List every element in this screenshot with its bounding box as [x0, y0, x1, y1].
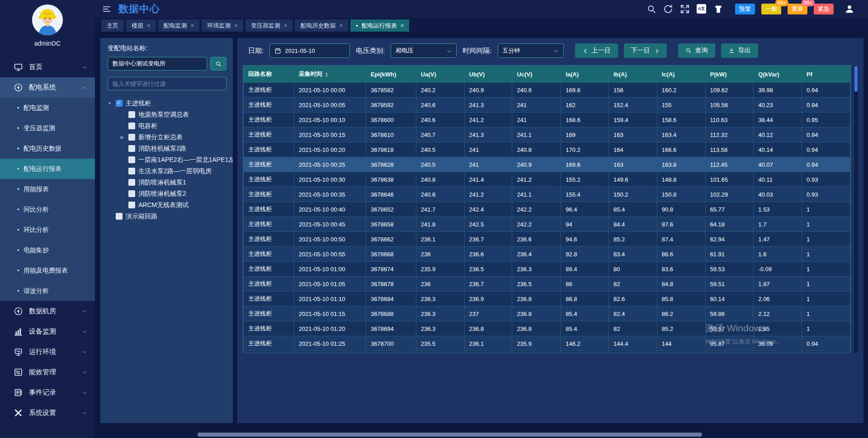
tree-checkbox[interactable] [128, 122, 135, 129]
avatar[interactable]: Acrel [32, 5, 63, 35]
tab-close-icon[interactable]: × [284, 23, 288, 28]
sort-caret-icon[interactable]: ▲▼ [325, 72, 328, 77]
next-day-button[interactable]: 下一日 [624, 43, 667, 58]
station-name-input[interactable] [108, 57, 207, 71]
table-row[interactable]: 主进线柜2021-05-10 00:503678662236.1236.7236… [244, 232, 850, 247]
table-row[interactable]: 主进线柜2021-05-10 01:053678678236236.7236.5… [244, 277, 850, 292]
tab-close-icon[interactable]: × [147, 23, 151, 28]
table-row[interactable]: 主进线柜2021-05-10 00:303678638240.8241.4241… [244, 172, 850, 187]
tree-filter-input[interactable] [108, 77, 226, 90]
table-row[interactable]: 主进线柜2021-05-10 00:153678610240.7241.3241… [244, 127, 850, 142]
table-row[interactable]: 主进线柜2021-05-10 00:353678646240.6241.2241… [244, 187, 850, 202]
tab-配电运行报表[interactable]: ●配电运行报表× [350, 19, 409, 32]
tree-node-新增分立柜总表[interactable]: ▶新增分立柜总表 [100, 132, 233, 143]
caret-down-icon[interactable]: ▼ [107, 101, 113, 106]
table-row[interactable]: 主进线柜2021-05-10 01:203678694236.3236.8236… [244, 321, 850, 336]
tree-node-ARCM无线表测试[interactable]: ARCM无线表测试 [100, 199, 233, 211]
theme-icon[interactable] [713, 4, 723, 14]
voltage-type-select[interactable]: 相电压 [391, 43, 457, 58]
tab-close-icon[interactable]: × [234, 23, 238, 28]
sidebar-item-用能报表[interactable]: 用能报表 [0, 179, 95, 199]
collapse-menu-icon[interactable] [102, 5, 111, 14]
tree-node-演示箱回路[interactable]: 演示箱回路 [100, 211, 233, 222]
tab-变压器监测[interactable]: 变压器监测× [245, 19, 293, 32]
sidebar-item-首页[interactable]: 首页 [0, 57, 95, 77]
alarm-button-一般[interactable]: 一般99+ [761, 4, 781, 14]
tree-checkbox[interactable] [128, 134, 135, 141]
sidebar-item-事件记录[interactable]: 事件记录 [0, 382, 95, 403]
sidebar-item-系统设置[interactable]: 系统设置 [0, 403, 95, 423]
user-icon[interactable] [844, 4, 854, 14]
translate-icon[interactable]: A文 [697, 4, 707, 14]
table-row[interactable]: 主进线柜2021-05-10 01:003678674235.9236.5236… [244, 262, 850, 277]
fullscreen-icon[interactable] [680, 4, 690, 14]
tree-checkbox[interactable] [116, 100, 123, 107]
horizontal-scrollbar-thumb[interactable] [198, 433, 702, 437]
interval-select[interactable]: 五分钟 [498, 43, 564, 58]
tab-close-icon[interactable]: × [339, 23, 343, 28]
table-row[interactable]: 主进线柜2021-05-10 00:453678658241.8242.5242… [244, 217, 850, 232]
tree-node-生活水泵2路—一层弱电房[interactable]: 生活水泵2路—一层弱电房 [100, 165, 233, 177]
table-row[interactable]: 主进线柜2021-05-10 00:403678652241.7242.4242… [244, 202, 850, 217]
search-icon[interactable] [646, 4, 656, 14]
table-row[interactable]: 主进线柜2021-05-10 00:203678618240.5241240.8… [244, 142, 850, 157]
tab-配电历史数据[interactable]: 配电历史数据× [295, 19, 348, 32]
tree-node-一层南1APE2右—一层北1APE1左[interactable]: 一层南1APE2右—一层北1APE1左 [100, 154, 233, 165]
table-row[interactable]: 主进线柜2021-05-10 00:003678582240.2240.9240… [244, 83, 850, 98]
table-row[interactable]: 主进线柜2021-05-10 00:103678600240.6241.2241… [244, 113, 850, 127]
station-search-button[interactable] [210, 57, 226, 71]
table-row[interactable]: 主进线柜2021-05-10 00:253678628240.5241240.9… [244, 157, 850, 172]
table-row[interactable]: 主进线柜2021-05-10 01:153678688236.3237236.8… [244, 306, 850, 321]
sidebar-item-环比分析[interactable]: 环比分析 [0, 220, 95, 240]
alarm-button-预警[interactable]: 预警 [735, 4, 755, 14]
sidebar-item-配电监测[interactable]: 配电监测 [0, 98, 95, 118]
sidebar-item-配电系统[interactable]: 配电系统 [0, 77, 95, 98]
tree-node-主进线柜[interactable]: ▼主进线柜 [100, 98, 233, 109]
tree-checkbox[interactable] [128, 179, 135, 186]
sidebar-item-配电运行报表[interactable]: 配电运行报表 [0, 159, 95, 179]
table-row[interactable]: 主进线柜2021-05-10 01:103678684236.3236.9236… [244, 292, 850, 306]
tree-node-地源热泵空调总表[interactable]: 地源热泵空调总表 [100, 109, 233, 120]
tab-配电监测[interactable]: 配电监测× [158, 19, 200, 32]
date-picker[interactable]: 2021-05-10 [269, 43, 350, 58]
tab-close-icon[interactable]: × [401, 23, 404, 28]
sidebar-item-运行环境[interactable]: 运行环境 [0, 342, 95, 362]
tree-checkbox[interactable] [128, 168, 135, 174]
sidebar-item-用能及电费报表[interactable]: 用能及电费报表 [0, 260, 95, 281]
sidebar-item-变压器监测[interactable]: 变压器监测 [0, 118, 95, 138]
tree-checkbox[interactable] [128, 190, 135, 197]
export-button[interactable]: 导出 [721, 43, 758, 58]
sidebar-item-电能集抄[interactable]: 电能集抄 [0, 240, 95, 260]
tree-node-电容柜[interactable]: 电容柜 [100, 120, 233, 132]
tree-checkbox[interactable] [128, 202, 135, 208]
tree-checkbox[interactable] [128, 145, 135, 152]
tree-node-消防喷淋机械泵2[interactable]: 消防喷淋机械泵2 [100, 188, 233, 199]
tree-node-消防栓机械泵2路[interactable]: 消防栓机械泵2路 [100, 143, 233, 154]
tab-主页[interactable]: 主页 [101, 19, 124, 32]
tree-checkbox[interactable] [128, 156, 135, 163]
query-button[interactable]: 查询 [678, 43, 715, 58]
scrollbar-thumb[interactable] [854, 66, 858, 92]
refresh-icon[interactable] [663, 4, 673, 14]
sidebar-item-同比分析[interactable]: 同比分析 [0, 199, 95, 220]
sidebar-item-谐波分析[interactable]: 谐波分析 [0, 281, 95, 301]
column-header-采集时间[interactable]: 采集时间▲▼ [294, 66, 366, 83]
alarm-button-重要[interactable]: 重要99+ [788, 4, 807, 14]
caret-right-icon[interactable]: ▶ [119, 135, 125, 140]
table-row[interactable]: 主进线柜2021-05-10 01:253678700235.5236.1235… [244, 336, 850, 351]
prev-day-button[interactable]: 上一日 [575, 43, 618, 58]
sidebar-item-能效管理[interactable]: 能效管理 [0, 362, 95, 382]
sidebar-item-设备监测[interactable]: 设备监测 [0, 321, 95, 342]
tab-楼层[interactable]: 楼层× [126, 19, 156, 32]
tab-close-icon[interactable]: × [191, 23, 194, 28]
table-row[interactable]: 主进线柜2021-05-10 00:553678668236236.6236.4… [244, 247, 850, 262]
sidebar-item-配电历史数据[interactable]: 配电历史数据 [0, 138, 95, 159]
sidebar-item-数据机房[interactable]: 数据机房 [0, 301, 95, 321]
tab-环境监测[interactable]: 环境监测× [202, 19, 243, 32]
tree-node-消防喷淋机械泵1[interactable]: 消防喷淋机械泵1 [100, 177, 233, 188]
table-row[interactable]: 主进线柜2021-05-10 00:053678592240.6241.3241… [244, 98, 850, 113]
tree-checkbox[interactable] [128, 111, 135, 118]
alarm-button-紧急[interactable]: 紧急 [814, 4, 834, 14]
tree-checkbox[interactable] [116, 213, 123, 220]
table-vertical-scrollbar[interactable] [854, 65, 858, 353]
